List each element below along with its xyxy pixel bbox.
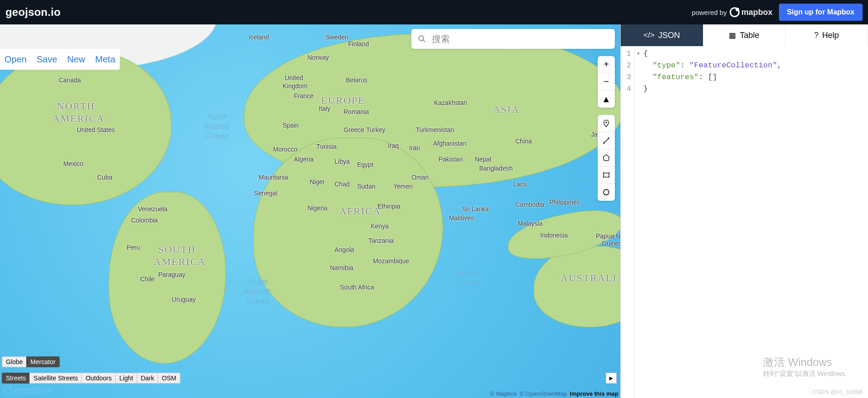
country-label: Yemen xyxy=(393,183,413,190)
windows-activation-overlay: 激活 Windows 转到"设置"以激活 Windows。 xyxy=(763,355,852,378)
menu-open[interactable]: Open xyxy=(5,54,27,65)
mapbox-logo-bottom: mapbox xyxy=(4,384,52,396)
attribution-bar: © Mapbox © OpenStreetMap Improve this ma… xyxy=(490,390,618,397)
country-label: Ethiopia xyxy=(377,203,401,210)
country-label: Sri Lanka xyxy=(462,205,489,213)
country-label: Spain xyxy=(283,122,299,129)
expand-arrow-button[interactable]: ► xyxy=(606,373,617,384)
continent-label: AMERICA xyxy=(52,113,104,124)
basemap-satellite-streets[interactable]: Satellite Streets xyxy=(29,373,82,384)
country-label: Pakistan xyxy=(439,156,463,163)
country-label: Kingdom xyxy=(283,82,307,90)
country-label: Paraguay xyxy=(158,271,185,278)
country-label: Norway xyxy=(307,54,329,61)
draw-polygon-button[interactable] xyxy=(598,149,615,166)
country-label: Finland xyxy=(348,40,369,47)
basemap-toggle: StreetsSatellite StreetsOutdoorsLightDar… xyxy=(2,373,180,384)
country-label: Turkmenistan xyxy=(416,126,454,133)
basemap-streets[interactable]: Streets xyxy=(2,373,30,384)
basemap-osm[interactable]: OSM xyxy=(158,373,180,384)
country-label: Guinea xyxy=(602,240,620,247)
compass-button[interactable]: ▲ xyxy=(598,90,615,108)
editor-gutter: 1 2 3 4 xyxy=(621,46,634,398)
svg-point-9 xyxy=(609,172,610,174)
continent-label: ASIA xyxy=(493,104,519,115)
svg-point-10 xyxy=(603,176,604,178)
country-label: Philippines xyxy=(549,199,580,206)
powered-by-label: powered by mapbox xyxy=(692,7,773,17)
country-label: Mauritania xyxy=(259,174,288,181)
zoom-in-button[interactable]: + xyxy=(598,56,615,73)
country-label: Uruguay xyxy=(172,296,196,303)
svg-rect-7 xyxy=(604,173,609,177)
search-icon xyxy=(418,34,426,43)
top-bar: geojson.io powered by mapbox Sign up for… xyxy=(0,0,868,24)
basemap-light[interactable]: Light xyxy=(115,373,137,384)
country-label: Laos xyxy=(513,180,527,188)
projection-mercator[interactable]: Mercator xyxy=(26,356,59,367)
country-label: Turkey xyxy=(366,126,385,133)
top-right-group: powered by mapbox Sign up for Mapbox xyxy=(692,4,863,21)
attrib-osm[interactable]: © OpenStreetMap xyxy=(519,390,567,397)
country-label: Indonesia xyxy=(540,232,568,239)
editor-panel: </> JSON ▦ Table ? Help 1 2 3 4 ▾ { "t xyxy=(620,24,868,398)
mapbox-logo-top: mapbox xyxy=(730,7,773,17)
search-box[interactable] xyxy=(411,29,615,49)
basemap-outdoors[interactable]: Outdoors xyxy=(81,373,116,384)
signup-button[interactable]: Sign up for Mapbox xyxy=(779,4,863,21)
country-label: Bangladesh xyxy=(479,165,513,172)
tab-json[interactable]: </> JSON xyxy=(621,24,703,46)
continent-label: AFRICA xyxy=(339,205,381,217)
menu-save[interactable]: Save xyxy=(37,54,57,65)
country-label: Iraq xyxy=(388,142,399,149)
projection-globe[interactable]: Globe xyxy=(2,356,27,367)
ocean-label: NorthAtlanticOcean xyxy=(203,113,231,141)
svg-point-12 xyxy=(604,190,609,195)
country-label: Oman xyxy=(411,174,429,181)
continent-label: NORTH xyxy=(57,100,95,112)
country-label: Nepal xyxy=(475,156,491,163)
table-icon: ▦ xyxy=(729,31,736,40)
draw-line-button[interactable] xyxy=(598,132,615,149)
csdn-watermark: CSDN @01_10086 xyxy=(812,389,863,395)
attrib-improve[interactable]: Improve this map xyxy=(570,390,618,397)
country-label: Kenya xyxy=(371,223,389,230)
draw-circle-button[interactable] xyxy=(598,184,615,201)
ocean-label: SouthAtlanticOcean xyxy=(244,278,271,306)
country-label: Algeria xyxy=(294,156,314,163)
attrib-mapbox[interactable]: © Mapbox xyxy=(490,390,517,397)
ocean-label: IndianOcean xyxy=(457,269,480,288)
country-label: Tanzania xyxy=(368,237,394,244)
tab-table[interactable]: ▦ Table xyxy=(703,24,785,46)
country-label: Mexico xyxy=(63,160,83,167)
country-label: Senegal xyxy=(254,190,277,197)
country-label: Iceland xyxy=(249,33,269,41)
map-canvas[interactable]: NORTHAMERICAEUROPEASIAAFRICASOUTHAMERICA… xyxy=(0,24,620,398)
svg-line-5 xyxy=(604,138,608,142)
country-label: China xyxy=(515,137,532,145)
country-label: Angola xyxy=(335,246,354,253)
basemap-dark[interactable]: Dark xyxy=(137,373,158,384)
country-label: Greece xyxy=(344,126,364,133)
draw-marker-button[interactable] xyxy=(598,115,615,132)
tab-help[interactable]: ? Help xyxy=(786,24,868,46)
menu-new[interactable]: New xyxy=(67,54,85,65)
continent-label: SOUTH xyxy=(158,244,196,256)
draw-rectangle-button[interactable] xyxy=(598,166,615,184)
mapbox-icon xyxy=(4,386,13,395)
zoom-out-button[interactable]: − xyxy=(598,73,615,90)
search-input[interactable] xyxy=(432,34,609,44)
fold-gutter: ▾ xyxy=(634,48,642,60)
country-label: Canada xyxy=(59,76,81,84)
country-label: South Africa xyxy=(340,284,374,291)
draw-tools xyxy=(598,115,615,201)
code-editor[interactable]: 1 2 3 4 ▾ { "type": "FeatureCollection",… xyxy=(621,46,868,398)
country-label: United xyxy=(285,74,303,81)
file-menu-bar: Open Save New Meta xyxy=(0,49,120,70)
country-label: Peru xyxy=(127,244,140,251)
country-label: Venezuela xyxy=(138,205,167,213)
menu-meta[interactable]: Meta xyxy=(95,54,115,65)
mapbox-icon xyxy=(730,7,740,17)
country-label: Chile xyxy=(140,275,155,283)
country-label: Colombia xyxy=(131,217,158,224)
